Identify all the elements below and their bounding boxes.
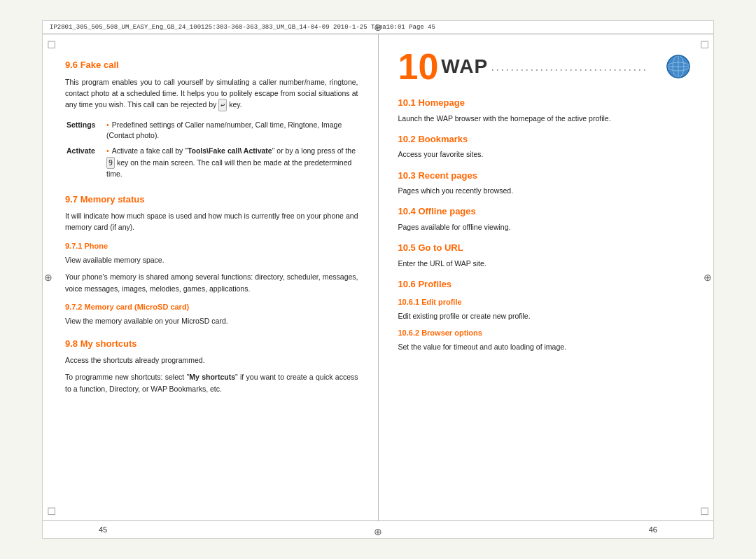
settings-value: •Predefined settings of Caller name/numb… [106,118,357,144]
activate-row: Activate •Activate a fake call by "Tools… [66,144,357,181]
section-105-body: Enter the URL of WAP site. [398,258,692,269]
reg-mark-top: ⊕ [374,22,382,32]
section-1061-heading: 10.6.1 Edit profile [398,296,692,308]
section-101-heading: 10.1 Homepage [398,96,692,110]
wap-dots: ................................ [491,57,663,76]
wap-heading: 10 WAP ................................ [398,48,692,85]
globe-icon [666,54,691,79]
section-103-body: Pages which you recently browsed. [398,185,692,196]
book-page: IP2801_305_505_508_UM_EASY_Eng_GB_24_100… [42,20,714,539]
right-page-number: 46 [649,525,657,534]
right-page: ◻ ◻ ⊕ 10 WAP ...........................… [379,34,714,520]
corner-mark-tr: ◻ [700,39,709,50]
activate-value: •Activate a fake call by "Tools\Fake cal… [106,144,357,181]
bullet-icon2: • [106,146,109,155]
section-104-body: Pages available for offline viewing. [398,221,692,233]
corner-mark-tl: ◻ [47,39,56,50]
section-98-body1: Access the shortcuts already programmed. [65,354,358,366]
reg-mark-bottom: ⊕ [374,527,382,537]
settings-label: Settings [66,118,105,144]
section-972-heading: 9.7.2 Memory card (MicroSD card) [65,301,358,313]
section-96-heading: 9.6 Fake call [65,58,358,72]
back-key-icon: ↩ [218,99,227,111]
reg-mark-right: ⊕ [704,270,712,285]
wap-title: WAP [441,52,488,81]
section-106-heading: 10.6 Profiles [398,277,692,291]
activate-label: Activate [66,144,105,181]
section-1062-body: Set the value for timeout and auto loadi… [398,341,692,352]
settings-table: Settings •Predefined settings of Caller … [65,117,358,183]
section-97-heading: 9.7 Memory status [65,193,358,207]
left-page-number: 45 [99,525,107,534]
section-105-heading: 10.5 Go to URL [398,241,692,255]
settings-row: Settings •Predefined settings of Caller … [66,118,357,144]
section-101-body: Launch the WAP browser with the homepage… [398,113,692,124]
section-97-body1: It will indicate how much space is used … [65,210,358,233]
wap-number: 10 [398,48,439,85]
left-page: ◻ ◻ ⊕ 9.6 Fake call This program enables… [43,34,379,520]
section-98-body2: To programme new shortcuts: select "My s… [65,371,358,394]
section-103-heading: 10.3 Recent pages [398,169,692,183]
reg-mark-left: ⊕ [44,270,52,285]
section-971-heading: 9.7.1 Phone [65,240,358,252]
section-971-body2: Your phone's memory is shared among seve… [65,271,358,294]
section-1062-heading: 10.6.2 Browser options [398,327,692,339]
bullet-icon: • [106,120,109,129]
section-1061-body: Edit existing profile or create new prof… [398,310,692,322]
corner-mark-bl: ◻ [47,505,56,516]
section-972-body1: View the memory available on your MicroS… [65,315,358,326]
section-98-heading: 9.8 My shortcuts [65,337,358,351]
section-102-body: Access your favorite sites. [398,149,692,160]
section-104-heading: 10.4 Offline pages [398,205,692,219]
section-102-heading: 10.2 Bookmarks [398,132,692,146]
my-shortcuts-bold: My shortcuts [189,373,235,381]
corner-mark-br: ◻ [700,505,709,516]
section-971-body1: View available memory space. [65,254,358,265]
wxvz-key-icon: 9 [106,157,115,169]
section-96-body1: This program enables you to call yoursel… [65,76,358,111]
activate-bold: Tools\Fake call\ Activate [188,146,272,155]
content-area: ◻ ◻ ⊕ 9.6 Fake call This program enables… [43,34,713,520]
